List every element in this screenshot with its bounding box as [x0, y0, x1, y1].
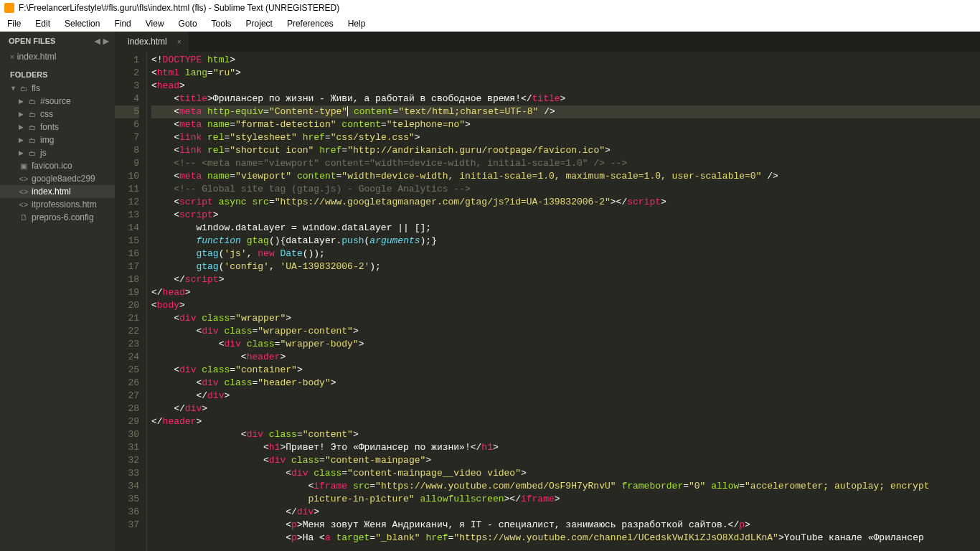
chevron-right-icon: ▶ [19, 110, 26, 118]
editor[interactable]: 1234567891011121314151617181920212223242… [115, 52, 980, 551]
app-icon [4, 3, 14, 13]
folder-root[interactable]: ▼ 🗀 fls [0, 82, 115, 95]
file-icon: <> [19, 174, 29, 183]
menu-preferences[interactable]: Preferences [280, 19, 341, 29]
tab-nav-arrows[interactable]: ◂ ▸ [95, 34, 109, 47]
open-files-label: OPEN FILES [9, 37, 55, 45]
menu-project[interactable]: Project [239, 19, 280, 29]
file-item[interactable]: <>itprofessions.htm [0, 198, 115, 211]
menu-help[interactable]: Help [341, 19, 373, 29]
chevron-right-icon: ▶ [19, 136, 26, 143]
chevron-right-icon: ▶ [19, 123, 26, 131]
file-icon: <> [19, 187, 29, 196]
folders-label: FOLDERS [0, 66, 115, 80]
close-icon[interactable]: × [10, 53, 14, 61]
window-title: F:\FreelancerLifestyle\#fls.guru\fls\ind… [19, 3, 339, 13]
folder-icon: 🗀 [27, 98, 37, 105]
file-icon: 🗋 [19, 213, 29, 222]
open-file-name: index.html [17, 52, 57, 62]
menu-file[interactable]: File [0, 19, 28, 29]
folder-item[interactable]: ▶🗀fonts [0, 121, 115, 133]
menu-selection[interactable]: Selection [57, 19, 107, 29]
tab-close-icon[interactable]: × [177, 38, 182, 46]
menu-goto[interactable]: Goto [171, 19, 204, 29]
tab-label: index.html [128, 37, 167, 47]
line-gutter: 1234567891011121314151617181920212223242… [115, 52, 147, 551]
chevron-right-icon: ▶ [19, 149, 26, 156]
window-titlebar: F:\FreelancerLifestyle\#fls.guru\fls\ind… [0, 0, 980, 16]
folder-item[interactable]: ▶🗀img [0, 133, 115, 146]
menu-edit[interactable]: Edit [28, 19, 57, 29]
menubar: File Edit Selection Find View Goto Tools… [0, 16, 980, 32]
folder-item[interactable]: ▶🗀js [0, 146, 115, 159]
code-content[interactable]: <!DOCTYPE html><html lang="ru"><head> <t… [147, 52, 980, 551]
menu-view[interactable]: View [138, 19, 171, 29]
folder-icon: 🗀 [27, 136, 37, 144]
file-item[interactable]: <>google8aedc299 [0, 172, 115, 185]
folder-item[interactable]: ▶🗀css [0, 108, 115, 121]
menu-find[interactable]: Find [107, 19, 138, 29]
folder-icon: 🗀 [27, 123, 37, 131]
sidebar: OPEN FILES ◂ ▸ × index.html FOLDERS ▼ 🗀 … [0, 32, 115, 551]
file-item-active[interactable]: <>index.html [0, 185, 115, 198]
tab-bar: index.html × [115, 32, 980, 52]
menu-tools[interactable]: Tools [204, 19, 239, 29]
file-icon: <> [19, 200, 29, 209]
chevron-down-icon: ▼ [10, 85, 17, 92]
file-item[interactable]: 🗋prepros-6.config [0, 211, 115, 224]
chevron-right-icon: ▶ [19, 98, 26, 105]
open-file-item[interactable]: × index.html [0, 50, 115, 63]
folder-icon: 🗀 [19, 85, 29, 93]
folder-icon: 🗀 [27, 110, 37, 118]
file-item[interactable]: ▣favicon.ico [0, 159, 115, 172]
folder-item[interactable]: ▶🗀#source [0, 95, 115, 108]
file-icon: ▣ [19, 161, 29, 171]
tab-active[interactable]: index.html × [115, 32, 189, 52]
folder-icon: 🗀 [27, 149, 37, 157]
